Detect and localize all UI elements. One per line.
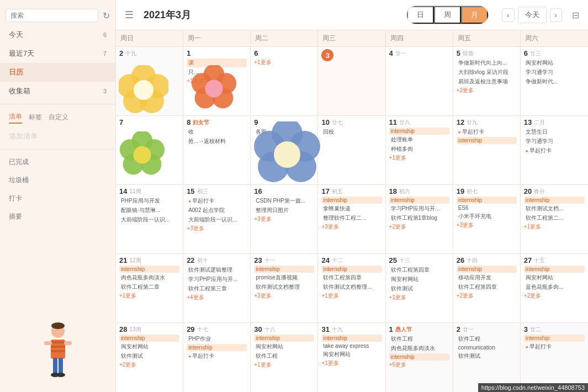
more-events-link[interactable]: +1更多	[119, 292, 179, 300]
calendar-day[interactable]: 7	[116, 116, 183, 184]
calendar-event[interactable]: 大扫除vlog 采访片段	[457, 68, 517, 77]
calendar-event[interactable]: 移动应用开发	[457, 273, 517, 282]
calendar-event[interactable]: internship	[457, 266, 517, 273]
calendar-event[interactable]: 闽安村网站	[254, 342, 314, 351]
calendar-event[interactable]: PHP作业	[187, 335, 247, 343]
tab-list[interactable]: 清单	[9, 111, 22, 124]
calendar-day[interactable]: 10廿七回校	[318, 116, 385, 184]
more-events-link[interactable]: +2更多	[457, 292, 517, 300]
calendar-event[interactable]: 闽安村网站	[524, 59, 585, 67]
sidebar-item-inbox[interactable]: 收集箱 3	[0, 82, 115, 100]
calendar-event[interactable]: internship	[254, 335, 314, 342]
calendar-event[interactable]: 软件工程第二章	[119, 283, 179, 292]
calendar-event[interactable]: 软件工程第三章	[187, 284, 247, 293]
more-events-link[interactable]: +3更多	[254, 215, 314, 223]
prev-month-button[interactable]: ‹	[502, 8, 514, 22]
more-events-link[interactable]: +1更多	[389, 294, 449, 301]
calendar-event[interactable]: 闽安村网站	[389, 275, 449, 284]
calendar-event[interactable]: 软件测试文档...	[524, 204, 585, 213]
calendar-day[interactable]: 6廿三闽安村网站学习通学习争做新时代...	[521, 47, 588, 115]
calendar-day[interactable]: 20春分internship软件测试文档...软件工程第二...+1更多	[521, 185, 588, 253]
calendar-event[interactable]: internship	[119, 335, 179, 342]
sidebar-item-trash[interactable]: 垃圾桶	[0, 171, 115, 189]
calendar-event[interactable]: 软件工程第四章	[389, 266, 449, 274]
calendar-event[interactable]: 拿蜂巢快递	[321, 204, 382, 213]
calendar-event[interactable]: promise直播视频	[254, 273, 314, 282]
calendar-event[interactable]: internship	[457, 197, 517, 204]
calendar-day[interactable]: 19初七internshipES6小米手环充电+3更多	[453, 185, 521, 253]
calendar-event[interactable]: take away express	[321, 342, 382, 349]
more-events-link[interactable]: +3更多	[254, 292, 314, 300]
calendar-event[interactable]: 易班及返校注意事项	[457, 77, 517, 86]
calendar-event[interactable]: 抢...→返校材料	[187, 137, 247, 146]
more-events-link[interactable]: +1更多	[254, 59, 314, 66]
calendar-event[interactable]: internship	[321, 335, 382, 342]
calendar-event[interactable]: CSDN PHP第一篇...	[254, 197, 314, 205]
calendar-event[interactable]: 软件工程第四章	[457, 283, 517, 292]
calendar-day[interactable]: 26十四internship移动应用开发软件工程第四章+2更多	[453, 254, 521, 322]
sidebar-item-today[interactable]: 今天 6	[0, 25, 115, 44]
calendar-event[interactable]: 学习PHP应用与开...	[187, 275, 247, 284]
calendar-event[interactable]: 软件测试	[457, 352, 517, 361]
calendar-event[interactable]: 整理周日图片	[254, 206, 314, 215]
calendar-day[interactable]: 8妇女节收抢...→返校材料	[183, 116, 251, 184]
calendar-event[interactable]: internship	[457, 137, 517, 144]
calendar-event[interactable]: 各面	[254, 128, 314, 136]
calendar-event[interactable]: 软件测试	[389, 284, 449, 293]
more-events-link[interactable]: +2更多	[119, 361, 179, 369]
calendar-event[interactable]: internship	[524, 197, 585, 204]
sidebar-item-week7[interactable]: 最近7天 7	[0, 44, 115, 63]
calendar-day[interactable]: 16CSDN PHP第一篇...整理周日图片+3更多	[251, 185, 318, 253]
calendar-event[interactable]: 学习通学习	[524, 137, 585, 146]
calendar-day[interactable]: 11廿八internship处理账单种植多肉+1更多	[386, 116, 453, 184]
calendar-event[interactable]: 软件测试文档整理	[254, 283, 314, 292]
calendar-day[interactable]: 12廿九早起打卡internship	[453, 116, 521, 184]
calendar-event[interactable]: internship	[389, 128, 449, 135]
calendar-event[interactable]: 早起打卡	[187, 352, 247, 361]
view-day-tab[interactable]: 日	[407, 6, 434, 24]
calendar-event[interactable]: 只...	[187, 68, 247, 77]
search-input[interactable]	[6, 9, 98, 22]
calendar-day[interactable]: 5惊蛰争做新时代向上向...大扫除vlog 采访片段易班及返校注意事项+2更多	[453, 47, 521, 115]
calendar-day[interactable]: 31十九internshiptake away express闽安村网站+1更多	[318, 323, 385, 392]
calendar-day[interactable]: 30十八internship闽安村网站软件工程+1更多	[251, 323, 318, 392]
calendar-event[interactable]: 小米手环充电	[457, 212, 517, 221]
calendar-event[interactable]: 早起打卡	[524, 146, 585, 155]
calendar-event[interactable]: 软件工程第二...	[524, 214, 585, 223]
calendar-event[interactable]: 闽安村网站	[119, 342, 179, 351]
calendar-event[interactable]: internship	[524, 335, 585, 342]
more-events-link[interactable]: +1更多	[524, 223, 585, 231]
next-month-button[interactable]: ›	[550, 8, 562, 22]
calendar-day[interactable]: 24十二internship软件工程第四章软件测试文档整理...+1更多	[318, 254, 385, 322]
calendar-day[interactable]: 3廿二internship早起打卡	[521, 323, 588, 392]
calendar-event[interactable]: internship	[524, 266, 585, 273]
calendar-event[interactable]: 肉色花瓶多肉淡水	[389, 344, 449, 353]
more-events-link[interactable]: +1更多	[321, 359, 382, 367]
calendar-event[interactable]: 软件工程	[457, 335, 517, 343]
calendar-day[interactable]: 2廿一软件工程communication软件测试	[453, 323, 521, 392]
calendar-event[interactable]: 学习PHP应用与开...	[389, 204, 449, 213]
calendar-day[interactable]: 2十九	[116, 47, 183, 115]
calendar-day[interactable]: 25十三软件工程第四章闽安村网站软件测试+1更多	[386, 254, 453, 322]
add-list-button[interactable]: 添加清单	[0, 127, 115, 146]
calendar-day[interactable]: 6+1更多	[251, 47, 318, 115]
more-events-link[interactable]: +3更多	[457, 221, 517, 229]
calendar-event[interactable]: ES6	[457, 204, 517, 211]
calendar-event[interactable]: internship	[389, 197, 449, 204]
calendar-event[interactable]: 早起打卡	[457, 128, 517, 136]
calendar-event[interactable]: 软件测试文档整理...	[321, 283, 382, 292]
calendar-event[interactable]: 软件工程	[389, 335, 449, 343]
more-events-link[interactable]: +3更多	[321, 223, 382, 231]
calendar-day[interactable]: 17初五internship拿蜂巢快递整理软件工程二...+3更多	[318, 185, 385, 253]
calendar-event[interactable]: 收	[187, 128, 247, 136]
calendar-event[interactable]: 配眼镜·与慧琳...	[119, 206, 179, 215]
calendar-day[interactable]: 27十五internship闽安村网站蓝色花瓶多肉...+2更多	[521, 254, 588, 322]
calendar-event[interactable]: A002 起点学院	[187, 206, 247, 215]
tab-tags[interactable]: 标签	[29, 112, 42, 123]
filter-icon[interactable]: ⊟	[572, 10, 579, 20]
calendar-event[interactable]: PHP应用与开发	[119, 197, 179, 205]
more-events-link[interactable]: +1更多	[187, 77, 247, 85]
calendar-day[interactable]: 3	[318, 47, 385, 115]
calendar-event[interactable]: 课	[187, 59, 247, 67]
calendar-day[interactable]: 4廿一	[386, 47, 453, 115]
